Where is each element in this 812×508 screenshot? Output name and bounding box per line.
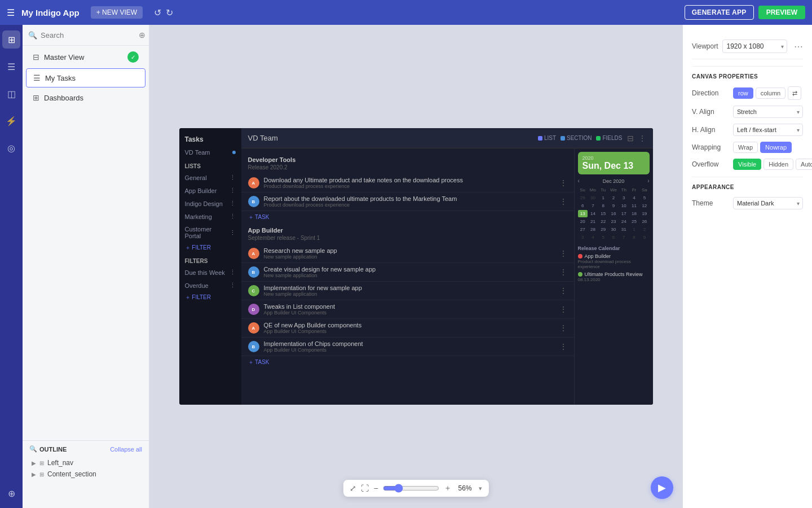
- cal-4[interactable]: 4: [629, 194, 639, 202]
- outline-item-left-nav[interactable]: ▶ ⊞ Left_nav: [29, 457, 142, 468]
- task-row-8[interactable]: B Implementation of Chips component App …: [241, 338, 574, 356]
- zoom-slider[interactable]: [383, 484, 439, 493]
- cal-26[interactable]: 26: [639, 218, 649, 225]
- cal-18[interactable]: 18: [629, 210, 639, 217]
- cal-jan3[interactable]: 3: [578, 234, 588, 241]
- cal-28[interactable]: 28: [588, 226, 598, 233]
- halign-select[interactable]: Left / flex-start Center Right / flex-en…: [733, 124, 803, 136]
- play-button[interactable]: ▶: [651, 476, 673, 499]
- cal-7[interactable]: 7: [588, 202, 598, 209]
- cal-jan1[interactable]: 1: [629, 226, 639, 233]
- add-task-btn-1[interactable]: ＋ TASK: [241, 211, 574, 224]
- preview-nav-indigo-design[interactable]: Indigo Design⋮: [179, 197, 241, 210]
- nav-plug-icon[interactable]: ⚡: [2, 112, 20, 130]
- preview-nav-general[interactable]: General⋮: [179, 171, 241, 184]
- nav-list-icon[interactable]: ☰: [2, 58, 20, 76]
- viewport-select[interactable]: 1920 x 1080 812 x 508 1280 x 800: [722, 40, 787, 53]
- prev-month-btn[interactable]: ‹: [578, 178, 580, 184]
- nav-stack-icon[interactable]: ⊕: [2, 484, 20, 502]
- task-dots-icon-3[interactable]: ⋮: [559, 249, 567, 258]
- new-view-button[interactable]: + NEW VIEW: [91, 6, 143, 19]
- preview-button[interactable]: PREVIEW: [758, 6, 805, 19]
- cal-13[interactable]: 13: [578, 210, 588, 217]
- sidebar-item-my-tasks[interactable]: ☰ My Tasks: [26, 68, 145, 87]
- zoom-out-icon[interactable]: −: [373, 484, 378, 493]
- task-dots-icon[interactable]: ⋮: [559, 178, 567, 187]
- task-row-7[interactable]: A QE of new App Builder components App B…: [241, 319, 574, 338]
- cal-10[interactable]: 10: [619, 202, 629, 209]
- viewport-dots-icon[interactable]: ⋯: [794, 41, 803, 52]
- cal-jan8[interactable]: 8: [629, 234, 639, 241]
- task-row[interactable]: A Download any Ultimate product and take…: [241, 174, 574, 192]
- add-view-icon[interactable]: ⊕: [139, 30, 145, 40]
- cal-29b[interactable]: 29: [598, 226, 608, 233]
- nav-grid-icon[interactable]: ⊞: [2, 30, 20, 49]
- zoom-chevron-icon[interactable]: ▾: [479, 485, 482, 492]
- task-row-2[interactable]: B Report about the downloaded ultimate p…: [241, 192, 574, 211]
- sidebar-item-dashboards[interactable]: ⊞ Dashboards: [26, 89, 145, 107]
- outline-item-content-section[interactable]: ▶ ⊞ Content_section: [29, 468, 142, 480]
- header-section-btn[interactable]: SECTION: [561, 135, 592, 141]
- header-filter-icon[interactable]: ⊟: [627, 134, 634, 143]
- task-row-3[interactable]: A Research new sample app New sample app…: [241, 244, 574, 263]
- nowrap-btn[interactable]: Nowrap: [760, 142, 792, 153]
- cal-16[interactable]: 16: [608, 210, 618, 217]
- cal-3[interactable]: 3: [619, 194, 629, 202]
- header-dots-icon[interactable]: ⋮: [638, 134, 646, 143]
- cal-jan4[interactable]: 4: [588, 234, 598, 241]
- cal-27[interactable]: 27: [578, 226, 588, 233]
- canvas-area[interactable]: My Tasks Tasks VD Team LISTS General⋮: [149, 25, 682, 508]
- cal-5[interactable]: 5: [639, 194, 649, 202]
- cal-11[interactable]: 11: [629, 202, 639, 209]
- cal-jan5[interactable]: 5: [598, 234, 608, 241]
- hamburger-icon[interactable]: ☰: [7, 7, 15, 18]
- cal-15[interactable]: 15: [598, 210, 608, 217]
- zoom-in-icon[interactable]: ＋: [444, 483, 452, 493]
- task-dots-icon-4[interactable]: ⋮: [559, 268, 567, 277]
- preview-nav-app-builder[interactable]: App Builder⋮: [179, 184, 241, 197]
- fullscreen-icon[interactable]: ⛶: [361, 484, 369, 493]
- task-row-6[interactable]: D Tweaks in List component App Builder U…: [241, 300, 574, 319]
- header-list-btn[interactable]: LIST: [538, 135, 556, 141]
- cal-12[interactable]: 12: [639, 202, 649, 209]
- valign-select[interactable]: Stretch Start Center End: [733, 106, 803, 118]
- next-month-btn[interactable]: ›: [647, 178, 649, 184]
- preview-nav-customer-portal[interactable]: Customer Portal⋮: [179, 223, 241, 242]
- cal-jan7[interactable]: 7: [619, 234, 629, 241]
- generate-app-button[interactable]: GENERATE APP: [685, 5, 754, 20]
- direction-row-btn[interactable]: row: [733, 87, 753, 99]
- header-fields-btn[interactable]: FIELDS: [596, 135, 622, 141]
- cal-jan2[interactable]: 2: [639, 226, 649, 233]
- preview-add-filter-btn-2[interactable]: ＋ FILTER: [179, 292, 241, 303]
- overflow-auto-btn[interactable]: Auto: [796, 159, 812, 170]
- cal-jan6[interactable]: 6: [608, 234, 618, 241]
- cal-14[interactable]: 14: [588, 210, 598, 217]
- fit-icon[interactable]: ⤢: [350, 484, 356, 493]
- add-task-btn-2[interactable]: ＋ TASK: [241, 356, 574, 369]
- cal-22[interactable]: 22: [598, 218, 608, 225]
- preview-add-filter-btn[interactable]: ＋ FILTER: [179, 242, 241, 253]
- cal-21[interactable]: 21: [588, 218, 598, 225]
- nav-layers-icon[interactable]: ◫: [2, 85, 20, 103]
- direction-swap-icon[interactable]: ⇄: [788, 86, 801, 100]
- task-dots-icon-6[interactable]: ⋮: [559, 305, 567, 314]
- cal-24[interactable]: 24: [619, 218, 629, 225]
- cal-30[interactable]: 30: [588, 194, 598, 202]
- undo-icon[interactable]: ↺: [154, 7, 161, 18]
- task-dots-icon-7[interactable]: ⋮: [559, 323, 567, 332]
- overflow-visible-btn[interactable]: Visible: [733, 159, 761, 170]
- cal-8[interactable]: 8: [598, 202, 608, 209]
- preview-filter-due-week[interactable]: Due this Week⋮: [179, 266, 241, 279]
- cal-jan9[interactable]: 9: [639, 234, 649, 241]
- wrap-btn[interactable]: Wrap: [733, 142, 758, 153]
- search-input[interactable]: [41, 31, 135, 40]
- direction-col-btn[interactable]: column: [756, 87, 785, 99]
- task-row-4[interactable]: B Create visual design for new sample ap…: [241, 263, 574, 282]
- sidebar-item-master-view[interactable]: ⊟ Master View ✓: [26, 47, 145, 67]
- task-dots-icon-8[interactable]: ⋮: [559, 342, 567, 351]
- cal-20[interactable]: 20: [578, 218, 588, 225]
- preview-vd-team-item[interactable]: VD Team: [179, 146, 241, 159]
- cal-31[interactable]: 31: [619, 226, 629, 233]
- cal-9[interactable]: 9: [608, 202, 618, 209]
- cal-17[interactable]: 17: [619, 210, 629, 217]
